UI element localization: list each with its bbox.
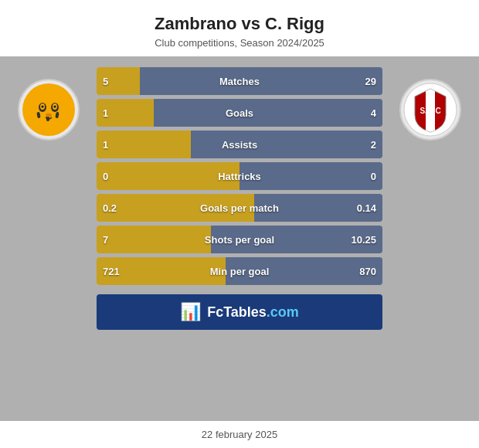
header-section: Zambrano vs C. Rigg Club competitions, S… — [0, 0, 479, 56]
stat-value-left: 721 — [103, 266, 120, 277]
footer: 22 february 2025 — [0, 421, 479, 448]
stat-label: Hattricks — [218, 171, 261, 182]
right-team-logo: SAFC — [396, 75, 465, 144]
svg-point-2 — [35, 97, 63, 127]
fctables-com: .com — [267, 304, 299, 320]
stat-value-left: 5 — [103, 76, 108, 87]
stat-row: Goals14 — [97, 99, 382, 127]
footer-date: 22 february 2025 — [202, 429, 277, 440]
stat-value-left: 0.2 — [103, 202, 117, 214]
stat-label: Shots per goal — [205, 234, 274, 246]
stat-value-right: 29 — [365, 76, 376, 87]
stat-value-right: 10.25 — [351, 234, 376, 246]
stat-bar-left — [97, 226, 211, 253]
sunderland-badge: SAFC — [399, 79, 461, 141]
stat-row: Shots per goal710.25 — [97, 226, 382, 253]
stat-value-right: 0 — [371, 171, 376, 182]
stats-list: Matches529Goals14Assists12Hattricks00Goa… — [97, 67, 382, 285]
stat-row: Matches529 — [97, 67, 382, 95]
stat-label: Assists — [222, 139, 257, 151]
page-subtitle: Club competitions, Season 2024/2025 — [8, 37, 471, 49]
stat-label: Goals — [226, 107, 253, 119]
svg-point-8 — [54, 106, 56, 108]
page-title: Zambrano vs C. Rigg — [8, 14, 471, 34]
main-area: 1904 — [0, 56, 479, 421]
svg-point-7 — [42, 106, 44, 108]
stat-value-right: 2 — [371, 139, 376, 151]
fctables-banner: 📊 FcTables.com — [97, 294, 382, 330]
stat-value-left: 7 — [103, 234, 108, 246]
stat-row: Goals per match0.20.14 — [97, 194, 382, 222]
svg-text:SAFC: SAFC — [420, 107, 440, 115]
stat-row: Min per goal721870 — [97, 257, 382, 285]
left-team-logo: 1904 — [14, 75, 83, 144]
stat-row: Hattricks00 — [97, 162, 382, 190]
stat-value-left: 0 — [103, 171, 108, 182]
stat-value-right: 0.14 — [357, 202, 376, 214]
fctables-label: FcTables.com — [207, 304, 299, 321]
stat-value-right: 870 — [359, 266, 376, 277]
stat-bar-right — [154, 99, 382, 127]
stat-bar-right — [191, 131, 382, 158]
stat-row: Assists12 — [97, 131, 382, 158]
stat-bar-right — [140, 67, 383, 95]
hull-city-badge: 1904 — [18, 79, 80, 141]
stat-value-left: 1 — [103, 107, 108, 119]
stat-value-right: 4 — [371, 107, 376, 119]
stat-label: Goals per match — [200, 202, 279, 214]
stat-label: Matches — [219, 76, 260, 87]
svg-point-12 — [46, 114, 52, 117]
stat-bar-left — [97, 131, 191, 158]
stat-label: Min per goal — [210, 266, 270, 277]
comparison-section: 1904 — [0, 67, 479, 285]
stat-value-left: 1 — [103, 139, 108, 151]
fctables-icon: 📊 — [180, 302, 201, 322]
